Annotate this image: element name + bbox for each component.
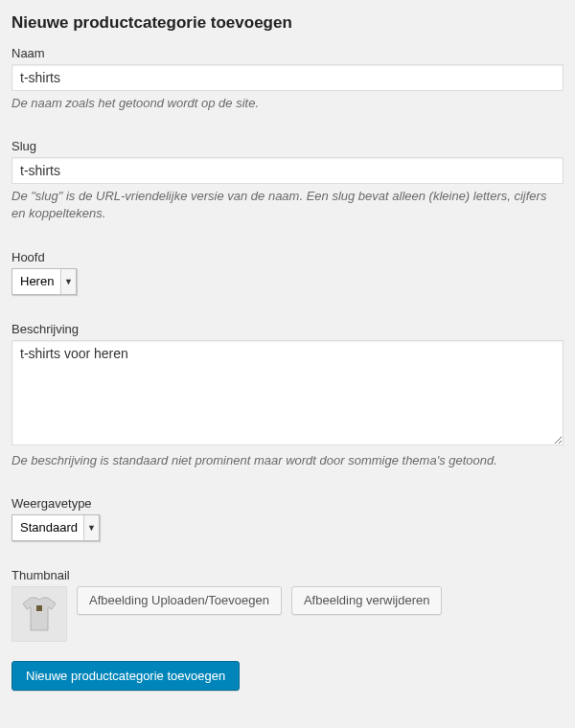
upload-image-button[interactable]: Afbeelding Uploaden/Toevoegen: [77, 586, 282, 615]
name-label: Naam: [12, 46, 564, 60]
field-thumbnail: Thumbnail Afbeelding Uploaden/Toevoegen …: [12, 568, 564, 642]
field-display-type: Weergavetype Standaard ▼: [12, 496, 564, 541]
thumbnail-label: Thumbnail: [12, 568, 564, 582]
parent-label: Hoofd: [12, 250, 564, 264]
display-type-select-wrap[interactable]: Standaard ▼: [12, 514, 100, 541]
submit-row: Nieuwe productcategorie toevoegen: [12, 661, 564, 691]
name-help: De naam zoals het getoond wordt op de si…: [12, 95, 564, 112]
thumbnail-preview: [12, 586, 67, 642]
field-description: Beschrijving t-shirts voor heren De besc…: [12, 322, 564, 469]
display-type-select[interactable]: Standaard: [12, 515, 99, 540]
field-slug: Slug De "slug" is de URL-vriendelijke ve…: [12, 139, 564, 222]
field-parent: Hoofd Heren ▼: [12, 250, 564, 295]
parent-select[interactable]: Heren: [12, 269, 76, 294]
description-help: De beschrijving is standaard niet promin…: [12, 452, 564, 469]
page-title: Nieuwe productcategorie toevoegen: [12, 13, 564, 33]
parent-select-wrap[interactable]: Heren ▼: [12, 268, 77, 295]
svg-rect-0: [36, 605, 42, 611]
tshirt-icon: [17, 592, 61, 636]
description-label: Beschrijving: [12, 322, 564, 336]
slug-label: Slug: [12, 139, 564, 153]
field-name: Naam De naam zoals het getoond wordt op …: [12, 46, 564, 112]
submit-button[interactable]: Nieuwe productcategorie toevoegen: [12, 661, 240, 691]
slug-input[interactable]: [12, 157, 564, 184]
remove-image-button[interactable]: Afbeelding verwijderen: [291, 586, 443, 615]
description-textarea[interactable]: t-shirts voor heren: [12, 340, 564, 445]
display-type-label: Weergavetype: [12, 496, 564, 511]
name-input[interactable]: [12, 64, 564, 91]
slug-help: De "slug" is de URL-vriendelijke versie …: [12, 188, 564, 222]
